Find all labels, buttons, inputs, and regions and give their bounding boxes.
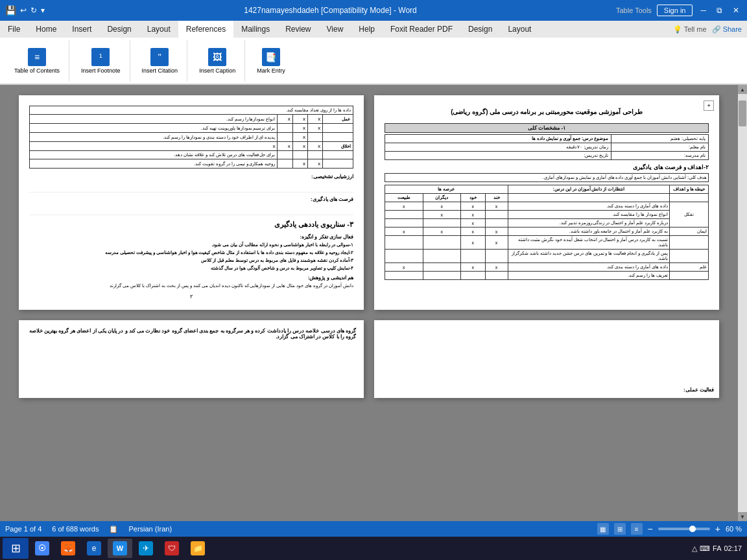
xs2-2 bbox=[461, 272, 485, 280]
xf2-1: x bbox=[485, 236, 508, 250]
table-tools-label: Table Tools bbox=[616, 6, 652, 14]
taskbar-security[interactable]: 🛡 bbox=[160, 539, 184, 558]
table-of-contents-btn[interactable]: ≡ Table of Contents bbox=[10, 47, 64, 75]
xf3-3 bbox=[423, 250, 461, 263]
tab-layout[interactable]: Layout bbox=[139, 21, 178, 38]
undo-btn[interactable]: ↩ bbox=[20, 6, 27, 15]
assessment-header: ارزشیابی تشخیصی: bbox=[29, 174, 353, 180]
vertical-scrollbar[interactable]: ▲ ▼ bbox=[738, 85, 747, 521]
files-icon: 📁 bbox=[191, 541, 205, 555]
x-3-3 bbox=[423, 219, 461, 228]
activation-header: فعال سازی تفکر و انگیزه: bbox=[29, 234, 353, 240]
taskbar-ie[interactable]: e bbox=[82, 539, 106, 558]
xs2-1 bbox=[485, 272, 508, 280]
index-icon: 📑 bbox=[262, 48, 280, 66]
tab-insert[interactable]: Insert bbox=[64, 21, 99, 38]
mark-entry-btn[interactable]: 📑 Mark Entry bbox=[253, 47, 289, 75]
tab-foxit[interactable]: Foxit Reader PDF bbox=[383, 21, 460, 38]
x-1-1: x bbox=[485, 202, 508, 211]
scroll-up-btn[interactable]: ▲ bbox=[738, 85, 747, 94]
tab-home[interactable]: Home bbox=[28, 21, 64, 38]
print-view-btn[interactable]: ▦ bbox=[597, 523, 609, 535]
col-nature: طبیعت bbox=[385, 194, 423, 202]
page-num-1: ۲ bbox=[29, 294, 353, 299]
taskbar-chrome[interactable]: ⦿ bbox=[30, 539, 54, 558]
share-btn[interactable]: 🔗 Share bbox=[712, 25, 742, 34]
start-button[interactable]: ⊞ bbox=[3, 538, 29, 559]
tab-design[interactable]: Design bbox=[99, 21, 139, 38]
insert-citation-btn[interactable]: " Insert Citation bbox=[138, 47, 182, 75]
tab-file[interactable]: File bbox=[0, 21, 28, 38]
scroll-track[interactable] bbox=[738, 94, 747, 512]
tab-references[interactable]: References bbox=[178, 21, 233, 38]
zoom-level: 60 % bbox=[726, 525, 742, 533]
ribbon-commands: ≡ Table of Contents ¹ Insert Footnote " … bbox=[0, 38, 747, 84]
main-title: طراحی آموزشی موقعیت محورمبتنی بر برنامه … bbox=[385, 106, 709, 118]
tab-review[interactable]: Review bbox=[278, 21, 318, 38]
tab-help[interactable]: Help bbox=[351, 21, 383, 38]
tab-table-layout[interactable]: Layout bbox=[500, 21, 539, 38]
tab-view[interactable]: View bbox=[319, 21, 351, 38]
title-bar-title: 1427namayeshdadeh [Compatibility Mode] -… bbox=[45, 6, 616, 15]
xf-2: x bbox=[461, 228, 485, 236]
insert-caption-btn[interactable]: 🖼 Insert Caption bbox=[195, 47, 239, 75]
firefox-icon: 🦊 bbox=[61, 541, 75, 555]
scroll-down-btn[interactable]: ▼ bbox=[738, 512, 747, 521]
xf3-4 bbox=[385, 250, 423, 263]
goal-row-2: انواع نمودار ها را مقایسه کند. x x bbox=[385, 211, 709, 219]
telegram-icon: ✈ bbox=[139, 541, 153, 555]
page-4-content: فعالیت عملی: bbox=[374, 320, 719, 341]
web-view-btn[interactable]: ⊞ bbox=[614, 523, 626, 535]
corner-mark: + bbox=[704, 100, 714, 111]
insert-footnote-btn[interactable]: ¹ Insert Footnote bbox=[77, 47, 124, 75]
xs-1: x bbox=[485, 263, 508, 272]
learning-opp-header: فرصت های یادگیری: bbox=[29, 196, 353, 202]
zoom-slider[interactable] bbox=[658, 528, 710, 530]
teacher-label: نام معلم: bbox=[689, 145, 706, 149]
track-changes-icon[interactable]: 📋 bbox=[109, 525, 118, 533]
document-area: داده ها را از روی تعداد مقایسه کند. عمل … bbox=[0, 85, 747, 521]
info-table: پایه تحصیلی: هفتم موضوع درس: جمع آوری و … bbox=[385, 134, 709, 160]
taskbar-word[interactable]: W bbox=[108, 539, 132, 558]
close-btn[interactable]: ✕ bbox=[730, 6, 742, 15]
page-info: Page 1 of 4 bbox=[5, 525, 42, 533]
x-2-1 bbox=[485, 211, 508, 219]
xs-4: x bbox=[385, 263, 423, 272]
taskbar-telegram[interactable]: ✈ bbox=[134, 539, 158, 558]
title-bar: 💾 ↩ ↻ ▾ 1427namayeshdadeh [Compatibility… bbox=[0, 0, 747, 21]
tell-me-input[interactable]: 💡 Tell me bbox=[673, 25, 707, 34]
x-2-2: x bbox=[461, 211, 485, 219]
read-view-btn[interactable]: ≡ bbox=[631, 523, 643, 535]
section1-title: ۱- مشخصات کلی bbox=[385, 123, 709, 133]
x-3-1 bbox=[485, 219, 508, 228]
ribbon-group-citations: " Insert Citation bbox=[133, 40, 188, 82]
tab-table-design[interactable]: Design bbox=[460, 21, 500, 38]
zoom-plus-btn[interactable]: + bbox=[715, 524, 720, 534]
goal-row-science: علم داده های آماری را دسته بندی کند. x x… bbox=[385, 263, 709, 272]
zoom-minus-btn[interactable]: − bbox=[648, 524, 653, 534]
domain-faith3 bbox=[670, 250, 709, 263]
taskbar-notification[interactable]: △ bbox=[692, 544, 697, 553]
xf-4: x bbox=[385, 228, 423, 236]
grade-label: پایه تحصیلی: هفتم bbox=[670, 136, 706, 141]
sign-in-button[interactable]: Sign in bbox=[657, 5, 693, 16]
expectation-2: انواع نمودار ها را مقایسه کند. bbox=[508, 211, 670, 219]
redo-btn[interactable]: ↻ bbox=[30, 6, 37, 15]
taskbar-time: 02:17 bbox=[724, 544, 742, 552]
taskbar-firefox[interactable]: 🦊 bbox=[56, 539, 80, 558]
taskbar-language[interactable]: FA bbox=[713, 544, 721, 552]
step2-text: ۲-ایجاد روحیه و علاقه به مفهوم دسته بندی… bbox=[29, 250, 353, 255]
minimize-btn[interactable]: ─ bbox=[698, 6, 709, 15]
tab-mailings[interactable]: Mailings bbox=[233, 21, 278, 38]
zoom-thumb[interactable] bbox=[689, 526, 696, 532]
taskbar-files[interactable]: 📁 bbox=[185, 539, 210, 558]
xf-3: x bbox=[423, 228, 461, 236]
doc-scroll[interactable]: داده ها را از روی تعداد مقایسه کند. عمل … bbox=[0, 85, 738, 521]
teacher-cell: نام معلم: bbox=[611, 143, 709, 152]
restore-btn[interactable]: ⧉ bbox=[714, 6, 725, 15]
scroll-thumb[interactable] bbox=[739, 100, 746, 126]
taskbar-keyboard: ⌨ bbox=[700, 544, 710, 553]
word-count: 6 of 688 words bbox=[52, 525, 99, 533]
xf2-2: x bbox=[461, 236, 485, 250]
expectation-faith2: تسبت به کاربرد درس آمار و احتمال در انتخ… bbox=[508, 236, 670, 250]
